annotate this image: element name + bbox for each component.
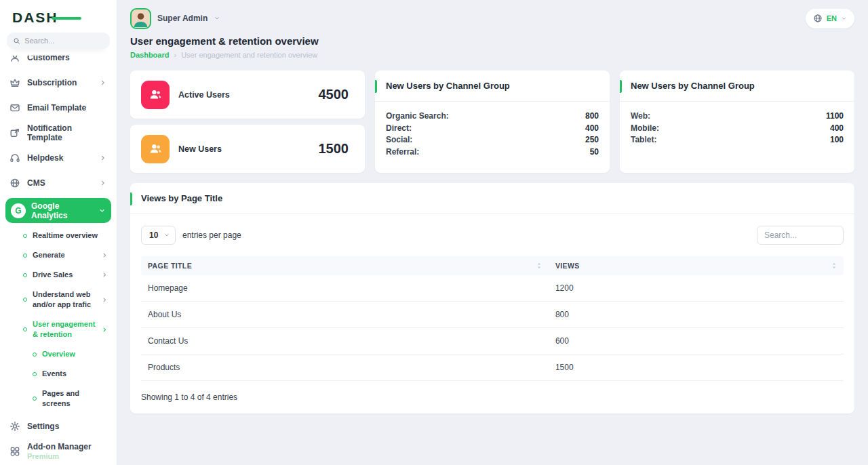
- stat-label: New Users: [178, 144, 319, 154]
- channel-card-body: Organic Search:800 Direct:400 Social:250…: [375, 102, 610, 167]
- entries-per-page-label: entries per page: [182, 230, 241, 240]
- channel-row: Organic Search:800: [386, 110, 599, 123]
- sidebar-item-cms[interactable]: CMS: [5, 170, 111, 195]
- sidebar-search: [7, 33, 110, 49]
- table-controls: 10 entries per page: [130, 214, 854, 256]
- chevron-right-icon: [99, 179, 107, 187]
- sidebar-item-realtime-overview[interactable]: Realtime overview: [5, 226, 111, 245]
- sidebar-item-label: Customers: [27, 56, 107, 62]
- topbar: Super Admin EN: [130, 0, 854, 31]
- channel-group-card-1: New Users by Channel Group Organic Searc…: [375, 70, 610, 173]
- language-selector[interactable]: EN: [806, 9, 854, 28]
- main-content: Super Admin EN User engagement & retenti…: [117, 0, 868, 465]
- sidebar-item-customers[interactable]: Customers: [5, 56, 111, 70]
- chevron-right-icon: [99, 79, 107, 87]
- chevron-down-icon: [98, 207, 106, 215]
- grid-icon: [9, 446, 20, 457]
- sidebar-item-notification-template[interactable]: Notification Template: [5, 120, 111, 145]
- card-title: Views by Page Title: [130, 183, 854, 214]
- column-header-views[interactable]: VIEWS: [549, 256, 844, 275]
- cell-views: 600: [549, 328, 844, 355]
- sidebar-item-label: Settings: [27, 422, 107, 431]
- subscription-icon: [9, 77, 20, 88]
- helpdesk-icon: [9, 153, 20, 163]
- channel-group-card-2: New Users by Channel Group Web:1100 Mobi…: [620, 70, 854, 173]
- sidebar-item-generate[interactable]: Generate: [5, 245, 111, 265]
- email-icon: [9, 102, 20, 113]
- sidebar-item-subscription[interactable]: Subscription: [5, 70, 111, 95]
- stat-label: Active Users: [178, 90, 319, 100]
- sidebar-item-label: Google Analytics: [31, 201, 93, 220]
- stat-cards-column: Active Users 4500 New Users 1500: [130, 70, 365, 173]
- sidebar-item-label: Email Template: [27, 103, 107, 113]
- sort-icon: [831, 262, 837, 270]
- globe-icon: [813, 14, 823, 23]
- sidebar: DASH Customers Subscription Email Templa…: [0, 0, 117, 465]
- views-by-page-title-card: Views by Page Title 10 entries per page …: [130, 183, 854, 413]
- sidebar-item-events[interactable]: Events: [5, 364, 111, 384]
- chevron-right-icon: [99, 154, 107, 162]
- sidebar-item-email-template[interactable]: Email Template: [5, 95, 111, 120]
- breadcrumb-dashboard-link[interactable]: Dashboard: [130, 51, 169, 59]
- sidebar-item-label: Helpdesk: [27, 153, 92, 163]
- sidebar-item-pages-and-screens[interactable]: Pages and screens: [5, 384, 111, 413]
- sidebar-item-google-analytics[interactable]: G Google Analytics: [5, 198, 111, 223]
- cell-views: 800: [549, 302, 844, 328]
- cell-page-title: Homepage: [141, 275, 549, 302]
- cell-views: 1500: [549, 355, 844, 381]
- sidebar-nav: Customers Subscription Email Template No…: [0, 56, 117, 465]
- notification-template-icon: [9, 127, 20, 138]
- logo[interactable]: DASH: [0, 0, 117, 30]
- user-menu[interactable]: Super Admin: [130, 8, 220, 29]
- table-row: Contact Us 600: [141, 328, 844, 355]
- bullet-icon: [33, 352, 37, 357]
- sidebar-item-overview[interactable]: Overview: [5, 344, 111, 364]
- language-code: EN: [827, 14, 837, 22]
- cms-icon: [9, 178, 20, 188]
- breadcrumb-separator: ›: [174, 51, 176, 59]
- views-table: PAGE TITLE VIEWS Homepage 1200: [141, 256, 844, 381]
- table-search-input[interactable]: [757, 226, 844, 245]
- column-header-page-title[interactable]: PAGE TITLE: [141, 256, 549, 275]
- card-title: New Users by Channel Group: [375, 70, 610, 102]
- page-title: User engagement & retention overview: [130, 35, 854, 47]
- bullet-icon: [33, 397, 37, 401]
- chevron-right-icon: [101, 326, 108, 333]
- sidebar-item-settings[interactable]: Settings: [5, 413, 111, 439]
- channel-card-body: Web:1100 Mobile:400 Tablet:100: [620, 102, 854, 155]
- sidebar-item-drive-sales[interactable]: Drive Sales: [5, 265, 111, 285]
- sidebar-item-helpdesk[interactable]: Helpdesk: [5, 145, 111, 170]
- channel-row: Web:1100: [631, 110, 844, 123]
- chevron-right-icon: [101, 251, 108, 259]
- entries-per-page-wrap: 10: [141, 226, 176, 245]
- sidebar-search-input[interactable]: [24, 37, 104, 45]
- breadcrumb: Dashboard › User engagement and retentio…: [130, 51, 854, 59]
- sidebar-item-addon-manager[interactable]: Add-on Manager Premium: [5, 439, 111, 464]
- entries-per-page-select[interactable]: 10: [141, 226, 176, 245]
- bullet-icon: [23, 234, 27, 238]
- google-icon: G: [11, 203, 26, 218]
- premium-badge: Premium: [27, 451, 107, 461]
- cell-views: 1200: [549, 275, 844, 302]
- sidebar-item-user-engagement-retention[interactable]: User engagement & retention: [5, 315, 111, 344]
- table-row: Homepage 1200: [141, 275, 844, 302]
- sidebar-item-understand-traffic[interactable]: Understand web and/or app trafic: [5, 285, 111, 315]
- avatar: [130, 8, 151, 29]
- cell-page-title: Products: [141, 355, 549, 381]
- user-name: Super Admin: [157, 14, 208, 23]
- channel-row: Mobile:400: [631, 123, 844, 135]
- table-header-row: PAGE TITLE VIEWS: [141, 256, 844, 275]
- table-entries-summary: Showing 1 to 4 of 4 entries: [130, 381, 854, 413]
- stat-value: 1500: [319, 141, 349, 157]
- chevron-down-icon: [841, 16, 847, 22]
- chevron-down-icon: [214, 15, 220, 22]
- chevron-right-icon: [101, 271, 108, 279]
- gear-icon: [9, 421, 20, 432]
- table-row: Products 1500: [141, 355, 844, 381]
- bullet-icon: [33, 372, 37, 376]
- cell-page-title: About Us: [141, 302, 549, 328]
- card-title: New Users by Channel Group: [620, 70, 854, 102]
- search-icon: [13, 37, 20, 45]
- bullet-icon: [23, 327, 27, 331]
- users-icon: [141, 135, 170, 163]
